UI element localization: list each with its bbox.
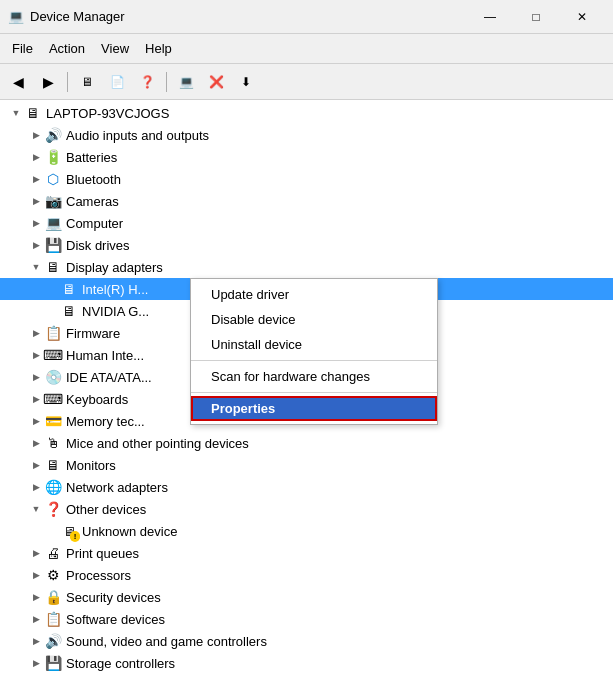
close-button[interactable]: ✕ xyxy=(559,0,605,34)
list-item[interactable]: ❓ Other devices xyxy=(0,498,613,520)
list-item[interactable]: ⚙ Processors xyxy=(0,564,613,586)
intel-icon: 🖥 xyxy=(60,280,78,298)
arrow-cameras xyxy=(28,193,44,209)
menu-view[interactable]: View xyxy=(93,37,137,60)
label-ide: IDE ATA/ATA... xyxy=(66,370,152,385)
label-monitors: Monitors xyxy=(66,458,116,473)
label-other: Other devices xyxy=(66,502,146,517)
back-button[interactable]: ◀ xyxy=(4,69,32,95)
list-item[interactable]: 🔋 Batteries xyxy=(0,146,613,168)
context-update-driver[interactable]: Update driver xyxy=(191,282,437,307)
uninstall-button[interactable]: ❌ xyxy=(202,69,230,95)
disk-icon: 💾 xyxy=(44,236,62,254)
arrow-firmware xyxy=(28,325,44,341)
properties-button[interactable]: 📄 xyxy=(103,69,131,95)
arrow-other xyxy=(28,501,44,517)
memory-icon: 💳 xyxy=(44,412,62,430)
menu-file[interactable]: File xyxy=(4,37,41,60)
label-storage: Storage controllers xyxy=(66,656,175,671)
list-item[interactable]: ⬡ Bluetooth xyxy=(0,168,613,190)
monitors-icon: 🖥 xyxy=(44,456,62,474)
list-item[interactable]: 🖥 Display adapters xyxy=(0,256,613,278)
app-icon: 💻 xyxy=(8,9,24,25)
label-nvidia: NVIDIA G... xyxy=(82,304,149,319)
arrow-sound xyxy=(28,633,44,649)
label-firmware: Firmware xyxy=(66,326,120,341)
arrow-print xyxy=(28,545,44,561)
arrow-software xyxy=(28,611,44,627)
arrow-network xyxy=(28,479,44,495)
label-security: Security devices xyxy=(66,590,161,605)
hid-icon: ⌨ xyxy=(44,346,62,364)
label-processors: Processors xyxy=(66,568,131,583)
update-driver-button[interactable]: 💻 xyxy=(172,69,200,95)
arrow-storage xyxy=(28,655,44,671)
list-item[interactable]: 💻 Computer xyxy=(0,212,613,234)
unknown-device-icon: 🖥 ! xyxy=(60,522,78,540)
window-controls: — □ ✕ xyxy=(467,0,605,34)
ide-icon: 💿 xyxy=(44,368,62,386)
computer-icon: 💻 xyxy=(44,214,62,232)
bluetooth-icon: ⬡ xyxy=(44,170,62,188)
network-icon: 🌐 xyxy=(44,478,62,496)
label-print: Print queues xyxy=(66,546,139,561)
list-item[interactable]: 💾 Disk drives xyxy=(0,234,613,256)
label-memory: Memory tec... xyxy=(66,414,145,429)
title-bar: 💻 Device Manager — □ ✕ xyxy=(0,0,613,34)
device-tree[interactable]: 🖥 LAPTOP-93VCJOGS 🔊 Audio inputs and out… xyxy=(0,100,613,687)
computer-properties-button[interactable]: 🖥 xyxy=(73,69,101,95)
arrow-display xyxy=(28,259,44,275)
scan-hardware-button[interactable]: ⬇ xyxy=(232,69,260,95)
context-scan-hardware[interactable]: Scan for hardware changes xyxy=(191,364,437,389)
menu-bar: File Action View Help xyxy=(0,34,613,64)
context-properties[interactable]: Properties xyxy=(191,396,437,421)
arrow-nvidia xyxy=(44,303,60,319)
context-uninstall-device[interactable]: Uninstall device xyxy=(191,332,437,357)
maximize-button[interactable]: □ xyxy=(513,0,559,34)
list-item[interactable]: 🔊 Sound, video and game controllers xyxy=(0,630,613,652)
nvidia-icon: 🖥 xyxy=(60,302,78,320)
other-icon: ❓ xyxy=(44,500,62,518)
forward-button[interactable]: ▶ xyxy=(34,69,62,95)
list-item[interactable]: 🖥 ! Unknown device xyxy=(0,520,613,542)
storage-icon: 💾 xyxy=(44,654,62,672)
arrow-unknown xyxy=(44,523,60,539)
root-icon: 🖥 xyxy=(24,104,42,122)
list-item[interactable]: 📋 Software devices xyxy=(0,608,613,630)
arrow-keyboards xyxy=(28,391,44,407)
label-network: Network adapters xyxy=(66,480,168,495)
firmware-icon: 📋 xyxy=(44,324,62,342)
list-item[interactable]: 🖱 Mice and other pointing devices xyxy=(0,432,613,454)
menu-action[interactable]: Action xyxy=(41,37,93,60)
arrow-audio xyxy=(28,127,44,143)
arrow-monitors xyxy=(28,457,44,473)
keyboards-icon: ⌨ xyxy=(44,390,62,408)
list-item[interactable]: 🖨 Print queues xyxy=(0,542,613,564)
software-icon: 📋 xyxy=(44,610,62,628)
sound-icon: 🔊 xyxy=(44,632,62,650)
label-bluetooth: Bluetooth xyxy=(66,172,121,187)
display-icon: 🖥 xyxy=(44,258,62,276)
arrow-mice xyxy=(28,435,44,451)
arrow-batteries xyxy=(28,149,44,165)
cameras-icon: 📷 xyxy=(44,192,62,210)
root-arrow xyxy=(8,105,24,121)
list-item[interactable]: 💾 Storage controllers xyxy=(0,652,613,674)
arrow-disk xyxy=(28,237,44,253)
label-unknown: Unknown device xyxy=(82,524,177,539)
label-audio: Audio inputs and outputs xyxy=(66,128,209,143)
processors-icon: ⚙ xyxy=(44,566,62,584)
list-item[interactable]: 🔒 Security devices xyxy=(0,586,613,608)
list-item[interactable]: 🌐 Network adapters xyxy=(0,476,613,498)
help-button[interactable]: ❓ xyxy=(133,69,161,95)
menu-help[interactable]: Help xyxy=(137,37,180,60)
context-disable-device[interactable]: Disable device xyxy=(191,307,437,332)
list-item[interactable]: 📷 Cameras xyxy=(0,190,613,212)
root-label: LAPTOP-93VCJOGS xyxy=(46,106,169,121)
minimize-button[interactable]: — xyxy=(467,0,513,34)
list-item[interactable]: 🔊 Audio inputs and outputs xyxy=(0,124,613,146)
print-icon: 🖨 xyxy=(44,544,62,562)
list-item[interactable]: 🖥 Monitors xyxy=(0,454,613,476)
main-content: 🖥 LAPTOP-93VCJOGS 🔊 Audio inputs and out… xyxy=(0,100,613,687)
tree-root[interactable]: 🖥 LAPTOP-93VCJOGS xyxy=(0,102,613,124)
